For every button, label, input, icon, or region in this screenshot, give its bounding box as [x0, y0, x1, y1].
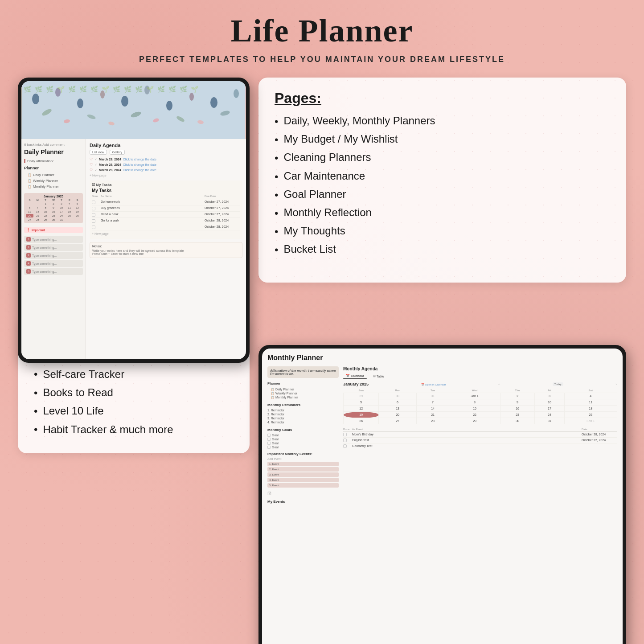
sidebar-daily-title: Daily Planner — [24, 148, 83, 156]
monthly-nav-monthly[interactable]: Monthly Planner — [267, 395, 339, 399]
page-subtitle: PERFECT TEMPLATES TO HELP YOU MAINTAIN Y… — [0, 55, 644, 64]
goal-4: Goal — [267, 445, 339, 449]
svg-rect-0 — [22, 81, 245, 139]
monthly-nav-weekly[interactable]: Weekly Planner — [267, 391, 339, 395]
view-toggle: List view Gallery — [90, 150, 242, 155]
gallery-view-btn[interactable]: Gallery — [110, 150, 125, 155]
monthly-planner-tablet: Monthly Planner Affirmation of the month… — [258, 345, 626, 644]
today-btn[interactable]: Today — [553, 382, 563, 386]
pages-heading: Pages: — [275, 90, 610, 107]
reminders-section: Monthly Reminders 1. Reminder 2. Reminde… — [267, 403, 339, 424]
add-event-btn[interactable]: Add event — [267, 457, 339, 460]
new-page-btn-1[interactable]: + New page — [90, 174, 242, 177]
reminder-4: 4. Reminder — [267, 420, 339, 424]
type-item-5[interactable]: 5Type something... — [24, 268, 83, 275]
bottom-item-4: •Books to Read — [34, 386, 234, 400]
type-item-3[interactable]: 3Type something... — [24, 252, 83, 259]
important-badge: ❗ Important — [24, 227, 83, 233]
task-row-2: Buy groceriesOctober 27, 2024 — [92, 205, 240, 212]
new-page-btn-2[interactable]: + New page — [92, 232, 240, 235]
monthly-planner-title: Monthly Planner — [267, 354, 617, 362]
tasks-section: ☑ My Tasks My Tasks DoneAs NameDue Date … — [90, 180, 242, 239]
pages-panel: Pages: •Daily, Weekly, Monthly Planners … — [258, 78, 626, 283]
goal-2: Goal — [267, 437, 339, 441]
agenda-item-1: ♡ ✓ March 28, 2024 Click to change the d… — [90, 157, 242, 161]
tablet-banner — [21, 81, 246, 139]
reminder-3: 3. Reminder — [267, 416, 339, 420]
page-item-3: •Cleaning Planners — [275, 151, 610, 165]
tab-calendar[interactable]: 📅 Calendar — [343, 373, 367, 379]
planner-label: Planner — [24, 166, 83, 170]
event-1: 1. Event — [267, 462, 339, 466]
pages-list: •Daily, Weekly, Monthly Planners •My Bud… — [275, 115, 610, 257]
mini-calendar: January 2025 SMTWTFS 12345 6789101112 13… — [24, 193, 83, 223]
notes-section: Notes: Write your notes here and they wi… — [90, 242, 242, 258]
page-title: Life Planner — [0, 0, 644, 49]
agenda-item-2: ♡ ✓ March 28, 2024 Click to change the d… — [90, 163, 242, 167]
event-row-1: Mom's BirthdayOctober 28, 2024 — [343, 432, 617, 438]
svg-point-8 — [189, 93, 194, 101]
bottom-item-5: • Level 10 Life — [34, 404, 234, 418]
tasks-icon-title: ☑ My Tasks — [92, 183, 240, 187]
page-item-5: •Goal Planner — [275, 188, 610, 202]
notes-label: Notes: — [92, 245, 240, 248]
page-item-1: •Daily, Weekly, Monthly Planners — [275, 115, 610, 128]
svg-point-7 — [166, 101, 172, 111]
type-item-4[interactable]: 4Type something... — [24, 260, 83, 267]
task-row-5: October 28, 2024 — [92, 224, 240, 230]
svg-point-6 — [144, 86, 150, 94]
task-row-1: Do homeworkOctober 27, 2024 — [92, 199, 240, 205]
daily-main-content: Daily Agenda List view Gallery ♡ ✓ March… — [86, 139, 246, 359]
sidebar-meta: 6 backlinks Add comment — [24, 143, 83, 147]
daily-sidebar: 6 backlinks Add comment Daily Planner Da… — [21, 139, 86, 359]
month-label: January 2025 — [343, 382, 369, 386]
banner-svg — [21, 81, 246, 139]
agenda-items: ♡ ✓ March 28, 2024 Click to change the d… — [90, 157, 242, 172]
event-4: 4. Event — [267, 478, 339, 482]
monthly-icon: ☑ — [267, 491, 339, 496]
notes-text: Write your notes here and they will be s… — [92, 249, 240, 255]
month-label-row: January 2025 📅 Open in Calendar < Today … — [343, 382, 617, 386]
agenda-header: Monthly Agenda — [343, 366, 617, 371]
page-item-7: •My Thoughts — [275, 225, 610, 238]
tab-table[interactable]: ⊞ Table — [370, 373, 387, 379]
page-item-2: •My Budget / My Wishlist — [275, 133, 610, 147]
daily-agenda-title: Daily Agenda — [90, 143, 242, 148]
monthly-nav-daily[interactable]: Daily Planner — [267, 387, 339, 391]
daily-planner-tablet: 6 backlinks Add comment Daily Planner Da… — [18, 78, 250, 363]
svg-point-2 — [55, 88, 61, 97]
open-calendar-btn[interactable]: 📅 Open in Calendar — [421, 383, 446, 386]
svg-point-9 — [210, 97, 217, 108]
monthly-calendar: SunMonTueWedThuFriSat 293031Jan 1234 567… — [343, 388, 617, 424]
event-row-2: English TestOctober 22, 2024 — [343, 438, 617, 443]
svg-point-4 — [100, 90, 105, 98]
type-item-1[interactable]: 1Type something... — [24, 236, 83, 243]
agenda-item-3: ♡ ✓ March 28, 2024 Click to change the d… — [90, 168, 242, 172]
monthly-right-col: Monthly Agenda 📅 Calendar ⊞ Table Januar… — [343, 366, 617, 644]
sidebar-nav-weekly[interactable]: Weekly Planner — [24, 178, 83, 184]
sidebar-nav-monthly[interactable]: Monthly Planner — [24, 184, 83, 189]
task-row-3: Read a bookOctober 27, 2024 — [92, 212, 240, 218]
svg-point-1 — [32, 94, 39, 104]
events-header: DoneAs EventDate — [343, 428, 617, 432]
goal-3: Goal — [267, 441, 339, 445]
monthly-affirmation: Affirmation of the month: I am exactly w… — [267, 366, 339, 378]
sidebar-nav: Daily Planner Weekly Planner Monthly Pla… — [24, 172, 83, 189]
bottom-item-3: •Self-care Tracker — [34, 367, 234, 381]
page-item-8: •Bucket List — [275, 243, 610, 257]
reminder-2: 2. Reminder — [267, 412, 339, 416]
svg-point-5 — [121, 96, 128, 107]
event-5: 5. Event — [267, 483, 339, 488]
tasks-title: My Tasks — [92, 188, 240, 193]
events-bottom-section: DoneAs EventDate Mom's BirthdayOctober 2… — [343, 428, 617, 449]
sidebar-nav-daily[interactable]: Daily Planner — [24, 172, 83, 178]
event-3: 3. Event — [267, 472, 339, 477]
reminder-1: 1. Reminder — [267, 408, 339, 412]
type-item-2[interactable]: 2Type something... — [24, 244, 83, 251]
event-2: 2. Event — [267, 467, 339, 472]
monthly-left-col: Affirmation of the month: I am exactly w… — [267, 366, 339, 644]
list-view-btn[interactable]: List view — [90, 150, 107, 155]
type-items: 1Type something... 2Type something... 3T… — [24, 236, 83, 275]
task-row-4: Go for a walkOctober 28, 2024 — [92, 218, 240, 224]
affirmation-label: Daily affirmation: — [24, 159, 83, 163]
